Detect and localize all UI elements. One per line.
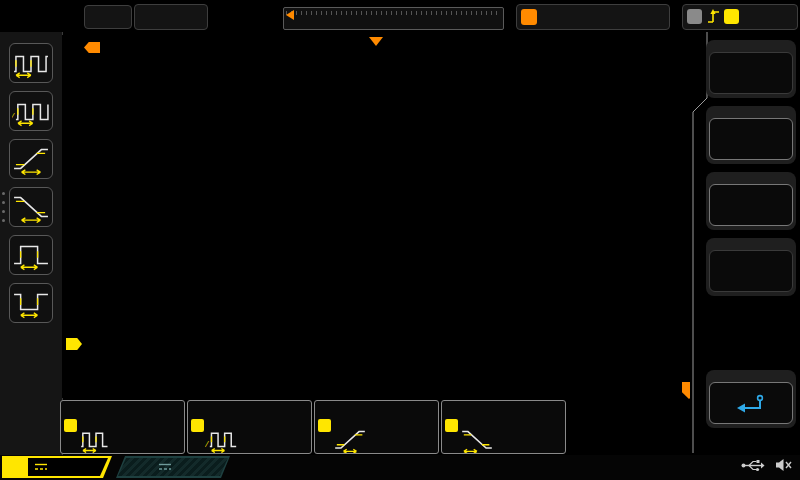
measurement-panel-rise [314,400,439,454]
rise-time-icon [332,425,368,453]
delay-box [516,4,670,30]
measurement-panel-period [60,400,185,454]
rise-time-icon [12,143,50,175]
channel-status-bar [0,455,800,480]
oscilloscope-screen: ⁄ [0,0,800,480]
return-arrow-icon [733,392,769,414]
freq-icon: ⁄ [12,95,50,127]
run-status-badge [84,5,132,29]
timebase-box [134,4,208,30]
preview-ruler [286,11,501,15]
freq-icon: ⁄ [205,425,241,453]
channel-badge [445,419,458,432]
channel2-indicator[interactable] [116,456,230,478]
trigger-source-badge [724,9,739,24]
svg-text:⁄: ⁄ [12,111,15,121]
svg-text:⁄: ⁄ [205,440,210,449]
trigger-label [687,9,702,24]
measurement-panel-freq: ⁄ [187,400,312,454]
measurement-panel-fall [441,400,566,454]
softkey-slot [706,238,796,296]
fall-time-icon [12,191,50,223]
plus-width-icon [12,239,50,271]
channel2-inner [118,458,228,476]
save-button[interactable] [709,52,793,94]
softkey-slot [706,40,796,98]
channel-badge [64,419,77,432]
waveform-plot [62,35,690,398]
minus-width-icon [12,287,50,319]
period-icon [78,425,114,453]
rising-edge-icon [707,8,720,26]
usb-icon [741,459,765,472]
dc-coupling-icon [158,463,172,471]
softkey-slot [706,172,796,230]
new-file-button[interactable] [709,118,793,160]
menu-button-freq[interactable]: ⁄ [9,91,53,131]
trigger-box [682,4,798,30]
preview-waveform [285,16,501,28]
status-bar [0,0,800,32]
softkey-slot [706,370,796,428]
waveform-preview-strip [283,7,504,30]
new-folder-button[interactable] [709,184,793,226]
save-menu-panel [690,32,800,455]
channel1-indicator[interactable] [2,456,112,478]
menu-scroll-indicator [2,192,5,222]
trigger-position-marker-icon [369,37,383,46]
menu-button-period[interactable] [9,43,53,83]
delay-badge [521,9,537,25]
dc-coupling-icon [34,463,48,471]
horizontal-measure-menu: ⁄ [0,32,63,455]
channel-badge [191,419,204,432]
menu-button-plus-width[interactable] [9,235,53,275]
softkey-slot [706,106,796,164]
fall-time-icon [459,425,495,453]
period-icon [12,47,50,79]
delete-button[interactable] [709,250,793,292]
speaker-muted-icon [775,458,792,472]
menu-button-minus-width[interactable] [9,283,53,323]
graticule-display [62,35,690,398]
channel-badge [318,419,331,432]
menu-button-fall-time[interactable] [9,187,53,227]
menu-button-rise-time[interactable] [9,139,53,179]
back-button[interactable] [709,382,793,424]
